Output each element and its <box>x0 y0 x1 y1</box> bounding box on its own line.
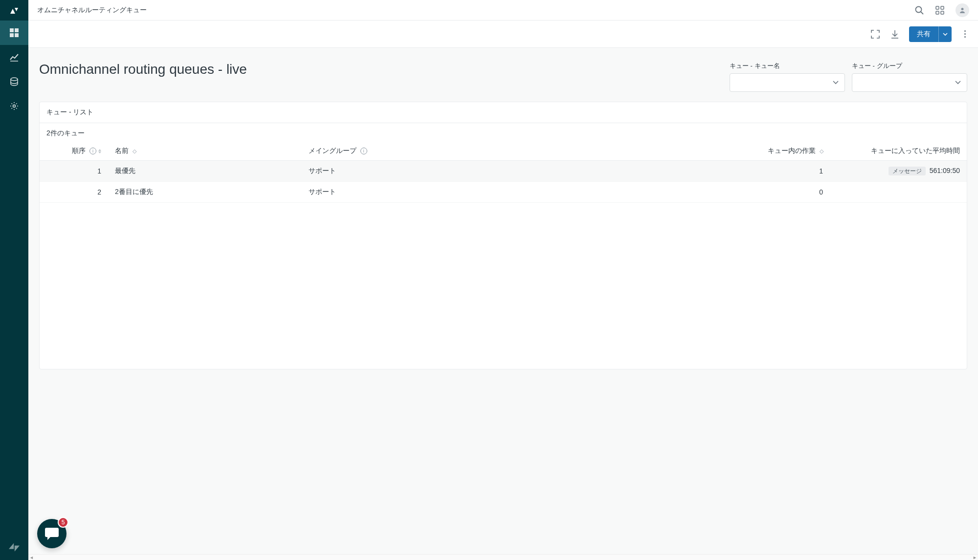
topbar: オムニチャネルルーティングキュー <box>28 0 978 21</box>
th-order-label: 順序 <box>72 147 86 154</box>
svg-rect-4 <box>10 33 14 37</box>
panel-header: キュー - リスト <box>40 102 967 123</box>
filter-queue-name-label: キュー - キュー名 <box>730 62 845 70</box>
cell-name: 2番目に優先 <box>108 182 302 203</box>
avg-time-value: 561:09:50 <box>930 167 960 174</box>
sidebar-item-reports[interactable] <box>0 45 28 69</box>
th-main-group-label: メイングループ <box>309 147 356 154</box>
svg-rect-13 <box>941 11 944 14</box>
info-icon[interactable]: i <box>89 148 96 154</box>
queue-table: 順序 i 名前 ◇ <box>40 142 967 203</box>
cell-main-group: サポート <box>302 161 572 182</box>
th-main-group[interactable]: メイングループ i <box>302 142 572 161</box>
sidebar-item-datasets[interactable] <box>0 69 28 94</box>
search-icon[interactable] <box>914 5 924 15</box>
sort-icon[interactable]: ◇ <box>133 148 136 154</box>
cell-main-group: サポート <box>302 182 572 203</box>
cell-order: 1 <box>40 161 108 182</box>
cell-avg-time: メッセージ561:09:50 <box>830 161 967 182</box>
share-dropdown-button[interactable] <box>938 26 952 42</box>
svg-point-6 <box>11 78 18 81</box>
queue-list-panel: キュー - リスト 2件のキュー 順序 i <box>39 102 967 369</box>
content-area: Omnichannel routing queues - live キュー - … <box>28 48 978 560</box>
user-avatar[interactable] <box>956 3 969 17</box>
filter-queue-group-select[interactable] <box>852 73 967 92</box>
table-row[interactable]: 22番目に優先サポート0 <box>40 182 967 203</box>
cell-work-in-queue: 1 <box>572 161 830 182</box>
expand-icon[interactable] <box>870 29 881 40</box>
panel-count: 2件のキュー <box>40 123 967 142</box>
chevron-down-icon <box>955 81 961 85</box>
app-logo[interactable] <box>0 0 28 21</box>
filter-queue-name-select[interactable] <box>730 73 845 92</box>
svg-point-7 <box>13 105 16 108</box>
share-button-group: 共有 <box>909 26 952 42</box>
svg-point-14 <box>961 8 964 10</box>
th-avg-time[interactable]: キューに入っていた平均時間 <box>830 142 967 161</box>
table-row[interactable]: 1最優先サポート1メッセージ561:09:50 <box>40 161 967 182</box>
sidebar-item-settings[interactable] <box>0 94 28 118</box>
th-name-label: 名前 <box>115 147 129 154</box>
svg-rect-5 <box>15 33 19 37</box>
zendesk-logo-icon <box>0 540 28 560</box>
svg-rect-10 <box>936 6 939 9</box>
sort-icon[interactable]: ◇ <box>820 148 823 154</box>
cell-order: 2 <box>40 182 108 203</box>
chevron-down-icon <box>833 81 839 85</box>
sidebar-item-dashboard[interactable] <box>0 21 28 45</box>
th-order[interactable]: 順序 i <box>40 142 108 161</box>
page-title: Omnichannel routing queues - live <box>39 62 247 77</box>
apps-icon[interactable] <box>935 5 945 15</box>
more-icon[interactable] <box>960 28 969 40</box>
svg-marker-1 <box>15 8 18 11</box>
svg-rect-11 <box>941 6 944 9</box>
chat-badge: 5 <box>58 517 68 528</box>
cell-work-in-queue: 0 <box>572 182 830 203</box>
download-icon[interactable] <box>889 29 900 40</box>
toolbar: 共有 <box>28 21 978 48</box>
info-icon[interactable]: i <box>360 148 367 154</box>
sidebar <box>0 0 28 560</box>
channel-badge: メッセージ <box>889 167 926 175</box>
th-name[interactable]: 名前 ◇ <box>108 142 302 161</box>
th-work-in-queue[interactable]: キュー内の作業 ◇ <box>572 142 830 161</box>
filter-queue-group-label: キュー - グループ <box>852 62 967 70</box>
topbar-title: オムニチャネルルーティングキュー <box>37 6 147 15</box>
svg-line-9 <box>921 12 923 14</box>
sort-icon[interactable] <box>98 149 101 153</box>
chat-bubble[interactable]: 5 <box>37 519 67 548</box>
svg-rect-2 <box>10 28 14 32</box>
cell-name: 最優先 <box>108 161 302 182</box>
svg-rect-12 <box>936 11 939 14</box>
cell-avg-time <box>830 182 967 203</box>
svg-rect-3 <box>15 28 19 32</box>
share-button[interactable]: 共有 <box>909 26 938 42</box>
svg-marker-0 <box>10 9 15 14</box>
svg-point-8 <box>916 6 922 12</box>
th-avg-time-label: キューに入っていた平均時間 <box>871 147 960 154</box>
th-work-label: キュー内の作業 <box>768 147 816 154</box>
horizontal-scrollbar[interactable]: ◄► <box>28 554 978 560</box>
